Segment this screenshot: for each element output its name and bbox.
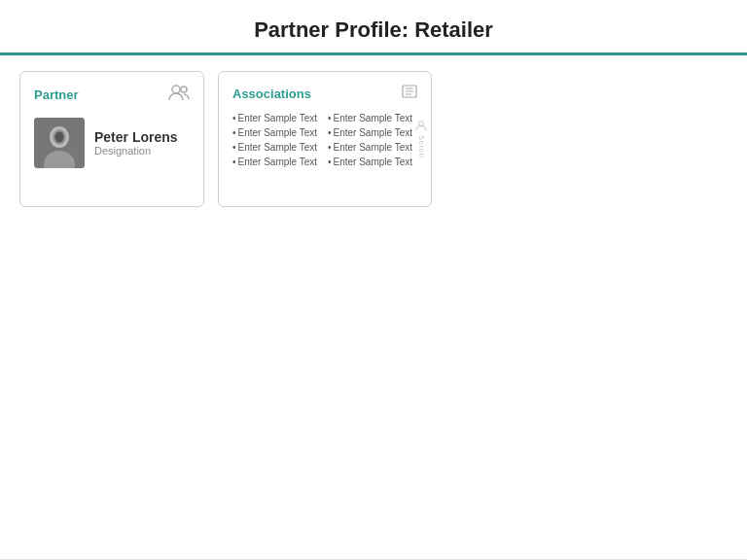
associations-column-2: Enter Sample Text Enter Sample Text Ente…	[328, 113, 417, 167]
main-content: Partner	[0, 55, 747, 223]
svg-point-1	[181, 87, 187, 92]
partner-info: Peter Lorens Designation	[34, 118, 190, 168]
avatar	[34, 118, 85, 168]
scroll-text: Scroll	[418, 135, 425, 158]
partner-card: Partner	[19, 71, 204, 207]
associations-label: Associations	[232, 87, 311, 101]
assoc-item: Enter Sample Text	[232, 142, 322, 153]
associations-column-1: Enter Sample Text Enter Sample Text Ente…	[232, 113, 322, 167]
svg-point-7	[55, 132, 63, 142]
assoc-item: Enter Sample Text	[328, 142, 417, 153]
associations-card: Associations Enter Sample Text Enter Sam…	[218, 71, 432, 207]
scroll-indicators: Scroll	[415, 120, 427, 158]
partner-designation: Designation	[94, 145, 178, 157]
associations-card-header: Associations	[232, 84, 417, 103]
assoc-item: Enter Sample Text	[232, 157, 322, 167]
partner-card-header: Partner	[34, 84, 190, 106]
assoc-item: Enter Sample Text	[232, 127, 322, 138]
svg-point-0	[172, 86, 180, 93]
assoc-item: Enter Sample Text	[328, 127, 417, 138]
page-title: Partner Profile: Retailer	[254, 18, 493, 42]
assoc-item: Enter Sample Text	[328, 113, 417, 123]
person-icon	[415, 120, 427, 131]
partner-label: Partner	[34, 88, 79, 102]
partner-details: Peter Lorens Designation	[94, 129, 178, 157]
list-icon	[402, 84, 417, 103]
assoc-item: Enter Sample Text	[328, 157, 417, 167]
page-header: Partner Profile: Retailer	[0, 0, 747, 55]
assoc-item: Enter Sample Text	[232, 113, 322, 123]
associations-content: Enter Sample Text Enter Sample Text Ente…	[232, 113, 417, 167]
partner-name: Peter Lorens	[94, 129, 178, 145]
partner-group-icon	[168, 84, 190, 106]
